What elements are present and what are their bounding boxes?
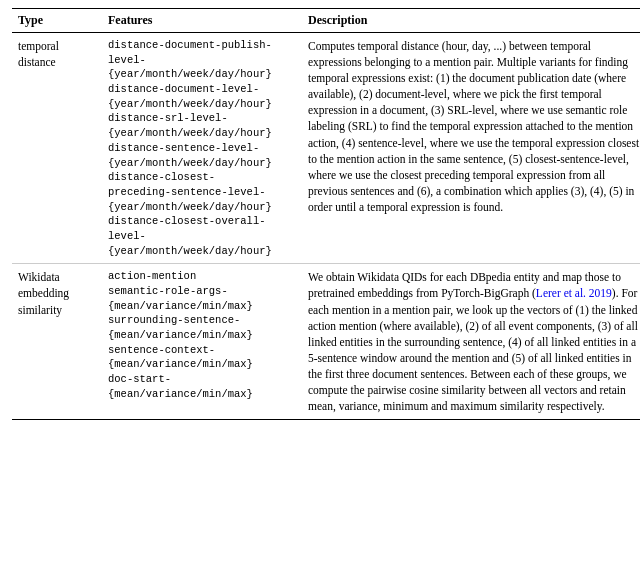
cell-features-temporal: distance-document-publish-level- {year/m…	[102, 33, 302, 264]
cell-type-wikidata: Wikidata embedding similarity	[12, 264, 102, 420]
cell-desc-temporal: Computes temporal distance (hour, day, .…	[302, 33, 640, 264]
table-row: Wikidata embedding similarity action-men…	[12, 264, 640, 420]
col-header-features: Features	[102, 9, 302, 33]
features-table: Type Features Description temporal dista…	[12, 8, 640, 420]
cell-type-temporal: temporal distance	[12, 33, 102, 264]
cell-features-wikidata: action-mention semantic-role-args- {mean…	[102, 264, 302, 420]
col-header-type: Type	[12, 9, 102, 33]
lerer-link[interactable]: Lerer et al. 2019	[536, 287, 612, 299]
table-row: temporal distance distance-document-publ…	[12, 33, 640, 264]
main-container: Type Features Description temporal dista…	[0, 0, 640, 428]
cell-desc-wikidata: We obtain Wikidata QIDs for each DBpedia…	[302, 264, 640, 420]
table-header-row: Type Features Description	[12, 9, 640, 33]
col-header-description: Description	[302, 9, 640, 33]
